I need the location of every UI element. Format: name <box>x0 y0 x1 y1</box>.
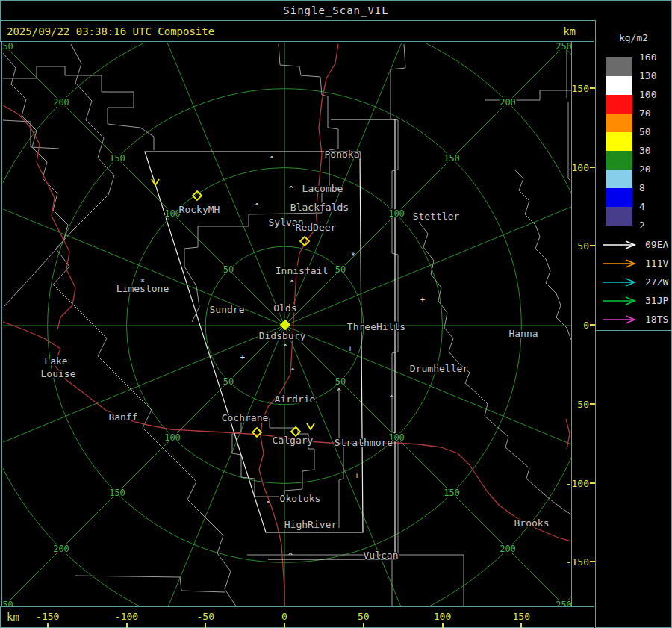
legend-color-swatch <box>606 170 632 188</box>
y-axis-tick <box>590 324 595 326</box>
city-label: Cochrane <box>222 412 269 423</box>
city-label: Louise <box>41 368 76 379</box>
x-axis-tick-label: -50 <box>197 611 214 622</box>
radar-id-label: 31JP <box>645 295 668 306</box>
x-axis-tick <box>284 623 285 628</box>
svg-text:150: 150 <box>109 153 125 164</box>
svg-text:+: + <box>348 345 352 353</box>
svg-text:250: 250 <box>2 42 13 52</box>
svg-text:^: ^ <box>270 155 274 164</box>
y-axis-tick-label: 50 <box>577 240 589 252</box>
radar-arrow-icon <box>602 296 639 306</box>
y-axis-tick-label: 150 <box>572 82 589 93</box>
y-axis-tick <box>590 87 595 89</box>
svg-text:*: * <box>351 252 355 260</box>
svg-text:100: 100 <box>164 208 181 219</box>
svg-text:^: ^ <box>283 343 287 352</box>
city-label: Lacombe <box>302 183 343 194</box>
radar-app-window: { "title": "Single_Scan_VIL", "header": … <box>0 0 672 628</box>
city-label: Vulcan <box>364 550 399 561</box>
svg-text:150: 150 <box>444 488 460 498</box>
svg-text:200: 200 <box>53 544 69 554</box>
city-label: Innisfail <box>276 265 328 276</box>
legend-color-swatch <box>606 57 632 76</box>
y-axis-tick <box>590 245 595 246</box>
city-label: Hanna <box>508 328 538 339</box>
legend-value-label: 160 <box>639 52 656 63</box>
legend-color-swatch <box>606 76 632 95</box>
city-label: Ponoka <box>325 149 360 160</box>
legend-color-swatch <box>606 114 632 132</box>
radar-id-label: 111V <box>645 258 668 269</box>
radar-arrow-icon <box>602 240 639 250</box>
city-label: Limestone <box>116 283 169 294</box>
y-axis-tick-label: -150 <box>566 556 589 568</box>
right-axis: 150100500-50-100-150 <box>572 41 595 607</box>
legend-value-label: 70 <box>639 108 651 119</box>
radar-map-canvas[interactable]: 5050505010010010010015015015015020020020… <box>1 41 572 607</box>
legend-color-swatch <box>606 132 632 151</box>
x-axis-tick-label: 50 <box>358 611 370 622</box>
x-axis-tick-label: -100 <box>115 611 138 622</box>
legend-color-swatch <box>606 95 632 114</box>
radar-arrow-icon <box>602 277 639 287</box>
svg-text:200: 200 <box>500 97 516 108</box>
svg-text:200: 200 <box>500 544 516 554</box>
city-label: RedDeer <box>296 222 337 233</box>
legend-value-label: 20 <box>639 164 651 175</box>
page-title: Single_Scan_VIL <box>1 4 671 16</box>
radar-id-label: 18TS <box>645 314 668 325</box>
city-label: Brooks <box>514 517 550 529</box>
city-label: ThreeHills <box>347 321 405 332</box>
header-bar: 2025/09/22 03:38:16 UTC Composite km <box>0 20 594 42</box>
svg-text:+: + <box>240 353 245 361</box>
legend-value-label: 4 <box>639 201 645 212</box>
svg-text:50: 50 <box>335 376 346 387</box>
legend-color-swatch <box>606 188 632 207</box>
city-label: Sundre <box>210 304 245 315</box>
city-label: Lake <box>44 355 67 367</box>
legend-separator <box>596 330 671 331</box>
radar-id-label: 27ZW <box>645 276 668 287</box>
y-axis-tick <box>590 482 595 484</box>
svg-text:+: + <box>420 296 425 304</box>
legend-color-swatch <box>606 207 632 226</box>
y-axis-tick <box>590 561 595 562</box>
x-axis-tick <box>363 623 364 628</box>
svg-text:+: + <box>355 472 359 480</box>
legend-panel: kg/m2 16013010070503020842 09EA 111V 27Z… <box>595 20 672 628</box>
city-label: Okotoks <box>280 493 321 504</box>
legend-value-label: 2 <box>639 220 645 231</box>
x-axis-tick <box>520 623 522 628</box>
legend-value-label: 30 <box>639 145 651 156</box>
svg-text:^: ^ <box>389 394 393 402</box>
bottom-axis-bar: km -150-100-50050100150 <box>0 606 594 628</box>
city-label: Airdrie <box>275 394 316 405</box>
svg-text:100: 100 <box>164 432 181 443</box>
svg-text:^: ^ <box>255 202 259 211</box>
svg-text:^: ^ <box>337 388 341 396</box>
svg-text:^: ^ <box>289 185 293 193</box>
svg-text:^: ^ <box>290 367 295 376</box>
bottom-axis-unit-label: km <box>7 611 19 623</box>
x-axis-tick <box>47 623 49 628</box>
x-axis-tick-label: 0 <box>281 611 287 622</box>
radar-arrow-icon <box>602 258 639 269</box>
x-axis-tick <box>442 623 444 628</box>
city-label: Banff <box>108 411 137 423</box>
y-axis-tick-label: 100 <box>572 161 589 172</box>
svg-text:150: 150 <box>109 488 125 498</box>
city-label: Strathmore <box>335 437 393 448</box>
radar-id-label: 09EA <box>645 239 668 250</box>
city-label: Drumheller <box>410 363 468 374</box>
x-axis-tick-label: 100 <box>434 611 451 622</box>
y-axis-tick-label: 0 <box>583 320 589 331</box>
city-label: Olds <box>273 302 296 314</box>
svg-text:50: 50 <box>223 376 234 387</box>
city-label: HighRiver <box>284 519 337 530</box>
x-axis-tick-label: -150 <box>36 611 59 622</box>
y-axis-tick-label: -100 <box>566 477 589 488</box>
timestamp-text: 2025/09/22 03:38:16 UTC Composite <box>7 25 214 37</box>
svg-text:50: 50 <box>335 264 346 275</box>
right-axis-unit-label: km <box>563 25 576 37</box>
